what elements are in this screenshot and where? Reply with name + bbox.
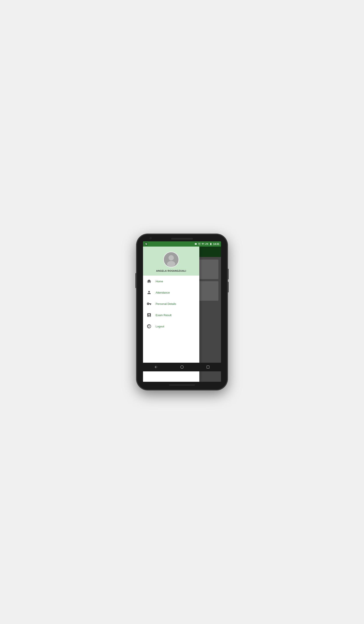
home-indicator xyxy=(169,384,195,386)
nav-label-personal-details: Personal Details xyxy=(156,302,176,306)
nav-label-attendance: Attendance xyxy=(156,291,170,294)
status-right: LTE 14:31 xyxy=(195,243,219,245)
recent-apps-button[interactable] xyxy=(204,363,212,371)
vibrate-icon xyxy=(195,243,197,245)
power-button xyxy=(228,269,229,280)
nav-item-home[interactable]: Home xyxy=(143,276,199,287)
nav-label-home: Home xyxy=(156,280,163,283)
battery-icon xyxy=(209,243,212,245)
status-bar: N LTE xyxy=(143,241,221,247)
bottom-nav-bar xyxy=(143,363,221,371)
status-left: N xyxy=(145,242,148,245)
nav-item-logout[interactable]: Logout xyxy=(143,321,199,332)
logout-icon xyxy=(147,324,152,329)
exam-result-icon xyxy=(147,312,152,318)
volume-down-button xyxy=(228,282,229,292)
svg-rect-4 xyxy=(207,366,209,368)
drawer-header: ANGELA ROSANGZUALI xyxy=(143,247,199,276)
svg-point-3 xyxy=(181,365,183,368)
phone-wrapper: N LTE xyxy=(136,234,228,390)
drawer-user-name: ANGELA ROSANGZUALI xyxy=(156,269,186,272)
notification-icon: N xyxy=(145,242,148,245)
volume-up-button xyxy=(135,273,136,288)
nav-item-exam-result[interactable]: Exam Result xyxy=(143,310,199,321)
phone-outer: N LTE xyxy=(136,234,228,390)
avatar xyxy=(163,252,179,267)
svg-point-2 xyxy=(167,261,175,267)
home-button[interactable] xyxy=(178,363,186,371)
nav-item-personal-details[interactable]: Personal Details xyxy=(143,298,199,310)
attendance-icon xyxy=(147,290,152,295)
navigation-drawer: ANGELA ROSANGZUALI Home xyxy=(143,247,199,382)
avatar-image xyxy=(164,252,179,267)
svg-point-1 xyxy=(169,255,174,260)
alarm-icon xyxy=(198,243,201,245)
lte-indicator: LTE xyxy=(205,243,208,245)
nav-item-attendance[interactable]: Attendance xyxy=(143,287,199,298)
screen: N LTE xyxy=(143,241,221,382)
speaker xyxy=(171,238,193,240)
nav-label-exam-result: Exam Result xyxy=(156,313,172,317)
front-camera xyxy=(150,237,152,239)
nav-label-logout: Logout xyxy=(156,325,164,328)
back-button[interactable] xyxy=(152,363,160,371)
home-icon xyxy=(147,279,152,284)
status-time: 14:31 xyxy=(213,243,219,245)
signal-icon xyxy=(202,243,204,245)
key-icon xyxy=(147,301,152,306)
